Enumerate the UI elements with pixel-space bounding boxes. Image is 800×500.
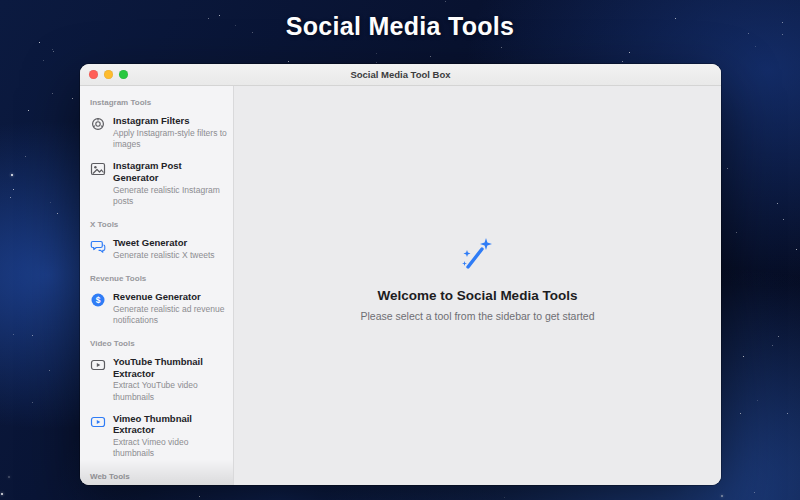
sidebar-item[interactable]: Instagram FiltersApply Instagram-style f… xyxy=(80,110,233,155)
welcome-title: Welcome to Social Media Tools xyxy=(378,288,578,303)
zoom-button[interactable] xyxy=(119,70,128,79)
sidebar-item-label: Tweet Generator xyxy=(113,237,215,249)
sidebar-item-label: YouTube Thumbnail Extractor xyxy=(113,356,227,380)
sidebar-item[interactable]: YouTube Thumbnail ExtractorExtract YouTu… xyxy=(80,351,233,408)
sidebar-item-subtitle: Apply Instagram-style filters to images xyxy=(113,128,227,150)
sidebar-section-header: X Tools xyxy=(80,212,233,232)
sidebar-section-header: Video Tools xyxy=(80,331,233,351)
sidebar-item[interactable]: Vimeo Thumbnail ExtractorExtract Vimeo v… xyxy=(80,408,233,465)
sidebar-item-subtitle: Extract Vimeo video thumbnails xyxy=(113,437,227,459)
sidebar-item-subtitle: Generate realistic ad revenue notificati… xyxy=(113,304,227,326)
page-title: Social Media Tools xyxy=(0,12,800,41)
sidebar-item[interactable]: Instagram Post GeneratorGenerate realist… xyxy=(80,155,233,212)
chat-bubbles-icon xyxy=(90,238,106,254)
sidebar-item-label: Revenue Generator xyxy=(113,291,227,303)
sidebar-item-subtitle: Generate realistic X tweets xyxy=(113,250,215,261)
main-content: Welcome to Social Media Tools Please sel… xyxy=(234,86,721,485)
magic-wand-icon xyxy=(457,236,497,276)
vimeo-play-icon xyxy=(90,414,106,430)
minimize-button[interactable] xyxy=(104,70,113,79)
sidebar-item-label: Vimeo Thumbnail Extractor xyxy=(113,413,227,437)
sidebar-section-header: Revenue Tools xyxy=(80,266,233,286)
photo-icon xyxy=(90,161,106,177)
sidebar-item-subtitle: Generate realistic Instagram posts xyxy=(113,185,227,207)
sidebar-section-header: Web Tools xyxy=(80,464,233,484)
close-button[interactable] xyxy=(89,70,98,79)
sidebar-section-header: Instagram Tools xyxy=(80,90,233,110)
window-controls xyxy=(89,64,128,85)
svg-text:$: $ xyxy=(96,295,101,305)
app-window: Social Media Tool Box Instagram ToolsIns… xyxy=(80,64,721,485)
camera-filters-icon xyxy=(90,116,106,132)
sidebar-item-label: Instagram Post Generator xyxy=(113,160,227,184)
sidebar-item[interactable]: Open Graph Meta GeneratorGenerate social… xyxy=(80,484,233,485)
sidebar-item-label: Instagram Filters xyxy=(113,115,227,127)
sidebar-item-subtitle: Extract YouTube video thumbnails xyxy=(113,380,227,402)
welcome-panel: Welcome to Social Media Tools Please sel… xyxy=(360,236,594,322)
sidebar: Instagram ToolsInstagram FiltersApply In… xyxy=(80,86,234,485)
window-title: Social Media Tool Box xyxy=(350,69,450,80)
sidebar-item[interactable]: $Revenue GeneratorGenerate realistic ad … xyxy=(80,286,233,331)
youtube-play-icon xyxy=(90,357,106,373)
welcome-subtitle: Please select a tool from the sidebar to… xyxy=(360,310,594,322)
sidebar-item[interactable]: Tweet GeneratorGenerate realistic X twee… xyxy=(80,232,233,266)
dollar-circle-icon: $ xyxy=(90,292,106,308)
window-titlebar[interactable]: Social Media Tool Box xyxy=(80,64,721,86)
